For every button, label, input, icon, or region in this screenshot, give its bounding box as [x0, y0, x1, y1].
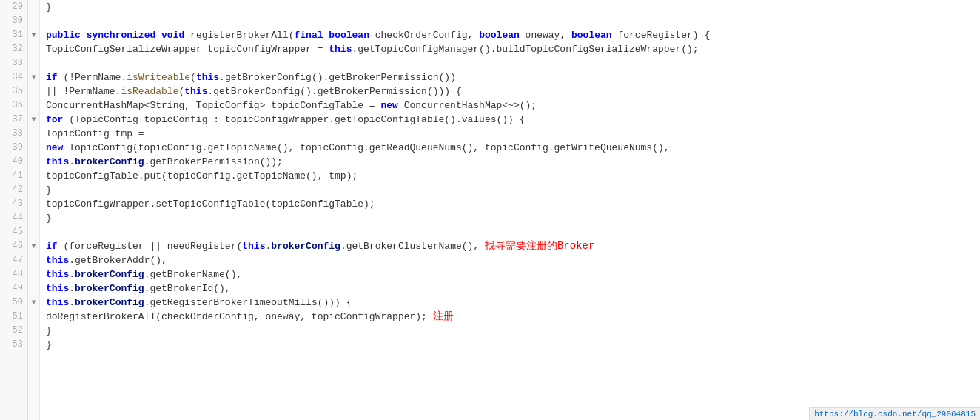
- line-number: 41: [0, 169, 27, 183]
- fold-marker: [28, 253, 39, 267]
- code-line: this.brokerConfig.getBrokerPermission())…: [46, 155, 980, 169]
- fold-marker: [28, 0, 39, 14]
- code-line: [46, 14, 980, 28]
- code-line: [46, 56, 980, 70]
- fold-marker: [28, 99, 39, 113]
- line-number: 32: [0, 42, 27, 56]
- fold-marker: [28, 141, 39, 155]
- line-number: 31: [0, 28, 27, 42]
- code-line: this.brokerConfig.getBrokerName(),: [46, 267, 980, 281]
- fold-marker[interactable]: ▼: [28, 113, 39, 127]
- line-number: 46: [0, 239, 27, 253]
- code-line: if (forceRegister || needRegister(this.b…: [46, 239, 980, 253]
- line-numbers: 2930313233343536373839404142434445464748…: [0, 0, 28, 420]
- fold-marker: [28, 211, 39, 225]
- line-number: 39: [0, 141, 27, 155]
- code-line: }: [46, 211, 980, 225]
- line-number: 38: [0, 127, 27, 141]
- code-line: doRegisterBrokerAll(checkOrderConfig, on…: [46, 310, 980, 324]
- fold-marker[interactable]: ▼: [28, 28, 39, 42]
- line-number: 30: [0, 14, 27, 28]
- code-line: }: [46, 324, 980, 338]
- fold-marker: [28, 324, 39, 338]
- line-number: 45: [0, 225, 27, 239]
- fold-marker: [28, 155, 39, 169]
- fold-marker: [28, 225, 39, 239]
- line-number: 53: [0, 338, 27, 352]
- line-number: 37: [0, 113, 27, 127]
- line-number: 44: [0, 211, 27, 225]
- code-line: ConcurrentHashMap<String, TopicConfig> t…: [46, 99, 980, 113]
- fold-marker: [28, 310, 39, 324]
- code-line: public synchronized void registerBrokerA…: [46, 28, 980, 42]
- fold-column[interactable]: ▼▼▼▼▼: [28, 0, 40, 420]
- fold-marker: [28, 169, 39, 183]
- line-number: 36: [0, 99, 27, 113]
- code-line: TopicConfig tmp =: [46, 127, 980, 141]
- code-line: }: [46, 338, 980, 352]
- line-number: 52: [0, 324, 27, 338]
- line-number: 33: [0, 56, 27, 70]
- code-line: }: [46, 183, 980, 197]
- fold-marker: [28, 84, 39, 99]
- line-number: 35: [0, 84, 27, 99]
- line-number: 50: [0, 296, 27, 310]
- code-line: topicConfigTable.put(topicConfig.getTopi…: [46, 169, 980, 183]
- line-number: 42: [0, 183, 27, 197]
- code-line: [46, 225, 980, 239]
- fold-marker: [28, 267, 39, 281]
- fold-marker: [28, 281, 39, 296]
- code-line: for (TopicConfig topicConfig : topicConf…: [46, 113, 980, 127]
- code-line: new TopicConfig(topicConfig.getTopicName…: [46, 141, 980, 155]
- fold-marker: [28, 338, 39, 352]
- code-line: || !PermName.isReadable(this.getBrokerCo…: [46, 84, 980, 99]
- url-bar: https://blog.csdn.net/qq_29064815: [809, 407, 980, 420]
- line-number: 51: [0, 310, 27, 324]
- fold-marker: [28, 127, 39, 141]
- code-line: TopicConfigSerializeWrapper topicConfigW…: [46, 42, 980, 56]
- line-number: 47: [0, 253, 27, 267]
- line-number: 29: [0, 0, 27, 14]
- fold-marker: [28, 197, 39, 211]
- code-line: this.brokerConfig.getRegisterBrokerTimeo…: [46, 296, 980, 310]
- fold-marker[interactable]: ▼: [28, 239, 39, 253]
- code-editor: 2930313233343536373839404142434445464748…: [0, 0, 980, 420]
- code-content: } public synchronized void registerBroke…: [40, 0, 980, 420]
- line-number: 40: [0, 155, 27, 169]
- code-line: }: [46, 0, 980, 14]
- line-number: 34: [0, 70, 27, 84]
- fold-marker: [28, 56, 39, 70]
- fold-marker: [28, 42, 39, 56]
- code-line: topicConfigWrapper.setTopicConfigTable(t…: [46, 197, 980, 211]
- fold-marker[interactable]: ▼: [28, 70, 39, 84]
- code-line: if (!PermName.isWriteable(this.getBroker…: [46, 70, 980, 84]
- line-number: 48: [0, 267, 27, 281]
- fold-marker: [28, 183, 39, 197]
- fold-marker: [28, 14, 39, 28]
- code-line: this.getBrokerAddr(),: [46, 253, 980, 267]
- line-number: 49: [0, 281, 27, 296]
- code-line: this.brokerConfig.getBrokerId(),: [46, 281, 980, 296]
- fold-marker[interactable]: ▼: [28, 296, 39, 310]
- line-number: 43: [0, 197, 27, 211]
